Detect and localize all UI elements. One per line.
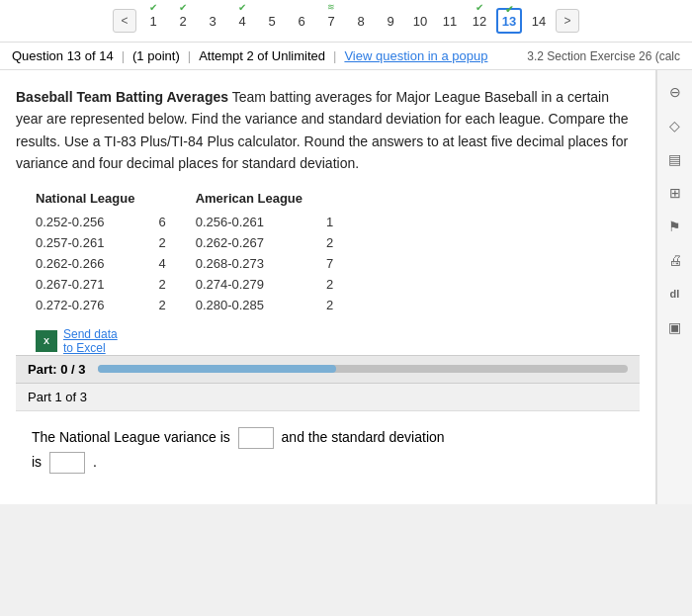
nl-range-4: 0.267-0.271 <box>36 274 158 295</box>
separator-3: | <box>333 48 336 63</box>
excel-row: X Send datato Excel <box>36 327 640 355</box>
nav-question-4[interactable]: ✔ 4 <box>229 8 255 34</box>
table-row: 0.257-0.261 2 0.262-0.267 2 <box>36 232 363 253</box>
std-dev-input[interactable] <box>49 452 85 474</box>
nl-header: National League <box>36 189 158 212</box>
answer-area: The National League variance is and the … <box>16 411 640 488</box>
table-row: 0.252-0.256 6 0.256-0.261 1 <box>36 212 363 232</box>
nav-question-5[interactable]: 5 <box>259 8 285 34</box>
separator-1: | <box>122 48 125 63</box>
part-label-row: Part 1 of 3 <box>16 384 640 411</box>
nav-question-10[interactable]: 10 <box>407 8 433 34</box>
al-range-1: 0.256-0.261 <box>196 212 326 232</box>
part-label: Part: 0 / 3 <box>28 362 86 377</box>
table-row: 0.272-0.276 2 0.280-0.285 2 <box>36 295 363 315</box>
al-range-2: 0.262-0.267 <box>196 232 326 253</box>
nav-question-6[interactable]: 6 <box>289 8 314 34</box>
main-content: Baseball Team Batting Averages Team batt… <box>0 70 692 504</box>
attempt-label: Attempt 2 of Unlimited <box>199 48 325 63</box>
nl-count-1: 6 <box>158 212 195 232</box>
nl-range-1: 0.252-0.256 <box>36 212 158 232</box>
nav-question-7[interactable]: ≋ 7 <box>318 8 344 34</box>
check-icon-1: ✔ <box>149 2 157 13</box>
list-icon[interactable]: ▤ <box>661 145 689 173</box>
al-count-2: 2 <box>326 232 363 253</box>
separator-2: | <box>188 48 191 63</box>
nl-count-header <box>158 189 195 212</box>
info-left: Question 13 of 14 | (1 point) | Attempt … <box>12 48 487 63</box>
part-progress-bar <box>98 365 628 373</box>
part-section: Part: 0 / 3 <box>16 355 640 384</box>
answer-line2-prefix: is <box>32 454 42 470</box>
al-count-3: 7 <box>326 253 363 274</box>
al-range-4: 0.274-0.279 <box>196 274 326 295</box>
al-count-1: 1 <box>326 212 363 232</box>
question-text: Baseball Team Batting Averages Team batt… <box>16 86 640 175</box>
nav-prev-button[interactable]: < <box>113 9 136 33</box>
nl-count-4: 2 <box>158 274 195 295</box>
table-icon[interactable]: ▣ <box>661 313 689 341</box>
answer-line2-suffix: . <box>93 454 97 470</box>
variance-input[interactable] <box>238 427 274 449</box>
nav-question-3[interactable]: 3 <box>200 8 225 34</box>
check-icon-2: ✔ <box>179 2 187 13</box>
question-title: Baseball Team Batting Averages <box>16 89 228 105</box>
part-progress-fill <box>98 365 336 373</box>
info-bar: Question 13 of 14 | (1 point) | Attempt … <box>0 43 692 70</box>
minus-circle-icon[interactable]: ⊖ <box>661 78 689 106</box>
answer-line1-suffix: and the standard deviation <box>282 429 445 445</box>
download-icon[interactable]: dl <box>661 280 689 308</box>
nl-range-3: 0.262-0.266 <box>36 253 158 274</box>
check-icon-12: ✔ <box>476 2 483 13</box>
check-icon-4: ✔ <box>238 2 246 13</box>
al-count-4: 2 <box>326 274 363 295</box>
nav-question-13[interactable]: ✔ 13 <box>496 8 522 34</box>
right-sidebar: ⊖ ◇ ▤ ⊞ ⚑ 🖨 dl ▣ <box>656 70 692 504</box>
part-of-label: Part 1 of 3 <box>28 390 87 404</box>
striped-icon-7: ≋ <box>327 2 335 12</box>
nl-range-2: 0.257-0.261 <box>36 232 158 253</box>
al-count-header <box>326 189 363 212</box>
grid-icon[interactable]: ⊞ <box>661 179 689 207</box>
al-header: American League <box>196 189 326 212</box>
excel-icon: X <box>36 330 57 352</box>
points-label: (1 point) <box>132 48 180 63</box>
batting-table: National League American League 0.252-0.… <box>36 189 363 315</box>
flag-icon[interactable]: ⚑ <box>661 213 689 240</box>
nl-count-2: 2 <box>158 232 195 253</box>
nav-question-8[interactable]: 8 <box>348 8 374 34</box>
question-nav: < ✔ 1 ✔ 2 3 ✔ 4 5 6 ≋ 7 8 9 10 11 <box>0 0 692 43</box>
diamond-icon[interactable]: ◇ <box>661 112 689 139</box>
answer-line1-prefix: The National League variance is <box>32 429 230 445</box>
nav-question-1[interactable]: ✔ 1 <box>140 8 166 34</box>
table-row: 0.267-0.271 2 0.274-0.279 2 <box>36 274 363 295</box>
nav-question-11[interactable]: 11 <box>437 8 463 34</box>
question-area: Baseball Team Batting Averages Team batt… <box>0 70 656 504</box>
view-popup-link[interactable]: View question in a popup <box>344 48 487 63</box>
nav-question-12[interactable]: ✔ 12 <box>467 8 492 34</box>
table-row: 0.262-0.266 4 0.268-0.273 7 <box>36 253 363 274</box>
question-of: Question 13 of 14 <box>12 48 114 63</box>
nl-count-3: 4 <box>158 253 195 274</box>
section-label: 3.2 Section Exercise 26 (calc <box>527 49 680 63</box>
check-icon-13: ✔ <box>505 4 513 15</box>
nl-count-5: 2 <box>158 295 195 315</box>
al-count-5: 2 <box>326 295 363 315</box>
nav-next-button[interactable]: > <box>556 9 579 33</box>
nav-question-14[interactable]: 14 <box>526 8 552 34</box>
print-icon[interactable]: 🖨 <box>661 246 689 274</box>
send-to-excel-link[interactable]: Send datato Excel <box>63 327 118 355</box>
nav-question-2[interactable]: ✔ 2 <box>170 8 196 34</box>
nl-range-5: 0.272-0.276 <box>36 295 158 315</box>
nav-question-9[interactable]: 9 <box>378 8 403 34</box>
al-range-5: 0.280-0.285 <box>196 295 326 315</box>
al-range-3: 0.268-0.273 <box>196 253 326 274</box>
